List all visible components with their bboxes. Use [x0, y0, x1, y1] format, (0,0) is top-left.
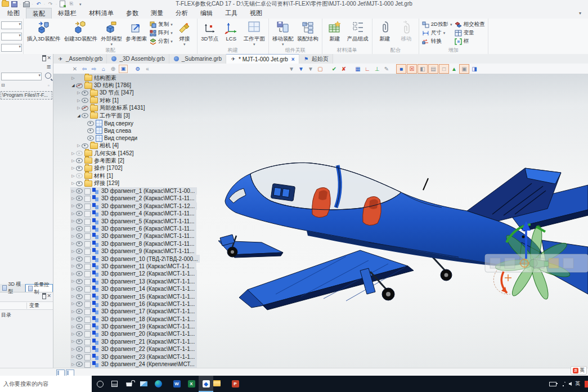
ribbon-tab[interactable]: 绘图: [1, 8, 26, 19]
ribbon-combo-1[interactable]: [1, 21, 22, 29]
sogou-input-badge[interactable]: S 英: [571, 366, 587, 375]
tflex-icon[interactable]: ◆: [199, 376, 213, 392]
visibility-eye-icon[interactable]: [82, 106, 88, 111]
link-icon[interactable]: ⎘: [68, 1, 75, 7]
tree-item[interactable]: 3D фрагмент_10 (ТВД-2\ТВД-2-000...: [70, 255, 200, 262]
tree-item[interactable]: 3D фрагмент_15 (Каркас\МСТ-1-1...: [70, 292, 197, 300]
bom-new-button[interactable]: 新建: [324, 20, 345, 43]
interference-check-button[interactable]: 相交检查: [455, 21, 485, 28]
pattern-button[interactable]: 阵列▾: [150, 29, 173, 37]
visibility-eye-icon[interactable]: [76, 241, 83, 246]
cancel-x-icon[interactable]: [339, 65, 348, 73]
workplane-filter-icon[interactable]: [353, 65, 362, 73]
expander-icon[interactable]: [70, 256, 76, 261]
tree-item[interactable]: 3D фрагмент_20 (Каркас\МСТ-1-1...: [70, 330, 197, 337]
node-filter-icon[interactable]: [363, 65, 372, 73]
visibility-eye-icon[interactable]: [76, 362, 83, 367]
ribbon-tab[interactable]: 装配: [26, 8, 52, 19]
variables-button[interactable]: 变量: [455, 29, 485, 37]
tree-item[interactable]: 几何实体 [1452]: [70, 150, 136, 157]
list-view-icon[interactable]: ≣: [47, 64, 51, 70]
ribbon-options-icon[interactable]: ▾: [579, 11, 581, 16]
expander-icon[interactable]: [70, 219, 76, 223]
library-filter-icon[interactable]: ⊟: [1, 83, 5, 88]
reference-elements-button[interactable]: 参考图素: [124, 20, 149, 43]
visibility-eye-icon[interactable]: [76, 317, 83, 322]
visibility-eye-icon[interactable]: [82, 113, 88, 118]
cortana-icon[interactable]: [96, 376, 111, 392]
mate-new-button[interactable]: 新建: [374, 20, 396, 43]
expander-icon[interactable]: [70, 174, 76, 178]
mesh-filter-icon[interactable]: [450, 65, 459, 73]
tree-item[interactable]: 3D 节点 [347]: [76, 89, 136, 97]
3d-scene[interactable]: 结构图素 3D 结构 [1786] 3D 节点 [347] 对称 [1]: [53, 74, 588, 368]
insert-3d-fragment-button[interactable]: 插入3D装配件: [25, 20, 62, 43]
tree-item[interactable]: 相机 [4]: [76, 142, 121, 150]
visibility-eye-icon[interactable]: [76, 173, 83, 178]
layout-toggle-1-icon[interactable]: [56, 370, 65, 376]
undo-icon[interactable]: ↶: [35, 1, 42, 7]
ribbon-tab[interactable]: 编辑: [194, 8, 219, 19]
divide-button[interactable]: 分割▾: [150, 38, 173, 45]
tree-item[interactable]: 3D фрагмент_21 (Каркас\МСТ-1-1...: [70, 338, 197, 345]
expander-icon[interactable]: [70, 301, 76, 306]
expander-icon[interactable]: [70, 339, 76, 344]
battery-icon[interactable]: [549, 382, 556, 386]
excel-icon[interactable]: X: [184, 376, 199, 392]
expander-icon[interactable]: [70, 76, 76, 80]
filter-list-icon[interactable]: [306, 65, 315, 73]
expander-icon[interactable]: [70, 181, 76, 186]
visibility-eye-icon[interactable]: [82, 98, 88, 103]
edge-filter-icon[interactable]: [382, 65, 391, 73]
word-icon[interactable]: W: [169, 376, 184, 392]
layout-toggle-2-icon[interactable]: [66, 370, 74, 376]
expander-icon[interactable]: [70, 189, 76, 193]
wrench-icon[interactable]: [133, 65, 142, 73]
tree-item[interactable]: 3D фрагмент_3 (Каркас\МСТ-1-12...: [70, 202, 197, 210]
expander-icon[interactable]: [70, 211, 76, 216]
task-view-icon[interactable]: [111, 376, 125, 392]
visibility-eye-icon[interactable]: [87, 136, 94, 141]
visibility-eye-icon[interactable]: [76, 301, 83, 307]
expander-icon[interactable]: [70, 196, 76, 201]
network-icon[interactable]: [560, 382, 565, 386]
visibility-eye-icon[interactable]: [76, 196, 83, 201]
tree-item[interactable]: 3D фрагмент_19 (Каркас\МСТ-1-1...: [70, 323, 197, 330]
assembly-structure-button[interactable]: 装配结构: [295, 20, 320, 43]
mate-move-button[interactable]: 移动: [396, 20, 417, 43]
solid-filter-icon[interactable]: [396, 64, 406, 74]
ribbon-combo-3[interactable]: [1, 44, 22, 52]
visibility-eye-icon[interactable]: [76, 226, 83, 231]
pin-icon-lower[interactable]: [42, 293, 46, 300]
tree-item[interactable]: 3D фрагмент_12 (Каркас\МСТ-1-1...: [70, 270, 197, 277]
tree-item[interactable]: 3D фрагмент_2 (Каркас\МСТ-1-11...: [70, 195, 196, 202]
tree-item[interactable]: 3D фрагмент_22 (Каркас\МСТ-1-1...: [70, 345, 197, 353]
close-view-icon[interactable]: [70, 65, 79, 73]
tree-item[interactable]: 参考图素 [2]: [70, 157, 127, 164]
expander-icon[interactable]: [70, 287, 76, 291]
filter-window-icon[interactable]: [297, 65, 306, 73]
ribbon-tab[interactable]: 材料清单: [83, 8, 120, 19]
tree-item[interactable]: Вид слева: [82, 127, 133, 134]
expander-icon[interactable]: [70, 151, 76, 156]
document-tab[interactable]: _Submarine.grb ×: [169, 54, 226, 64]
fragment-filter-icon[interactable]: [470, 65, 479, 73]
qat-dropdown-icon[interactable]: ▾: [77, 1, 84, 7]
tree-item[interactable]: 3D фрагмент_16 (Каркас\МСТ-1-1...: [70, 300, 197, 308]
filter-funnel-icon[interactable]: [287, 65, 296, 73]
variables-directory-item[interactable]: 目录: [1, 312, 11, 319]
pin-icon[interactable]: [42, 55, 46, 62]
save-icon[interactable]: [11, 1, 18, 7]
expander-icon[interactable]: [70, 317, 76, 321]
expander-icon[interactable]: [70, 83, 76, 88]
ribbon-tab[interactable]: 分析: [169, 8, 194, 19]
tree-item[interactable]: 3D фрагмент_7 (Каркас\МСТ-1-11...: [70, 232, 196, 240]
expander-icon[interactable]: [70, 354, 76, 359]
selection-mode-icon[interactable]: [316, 65, 325, 73]
face-filter-icon[interactable]: [418, 64, 428, 74]
visibility-eye-icon[interactable]: [76, 331, 83, 336]
apply-check-icon[interactable]: [330, 65, 339, 73]
visibility-eye-icon[interactable]: [76, 256, 83, 262]
close-panel-icon-lower[interactable]: ✕: [47, 293, 51, 299]
body-filter-icon[interactable]: [439, 64, 449, 74]
